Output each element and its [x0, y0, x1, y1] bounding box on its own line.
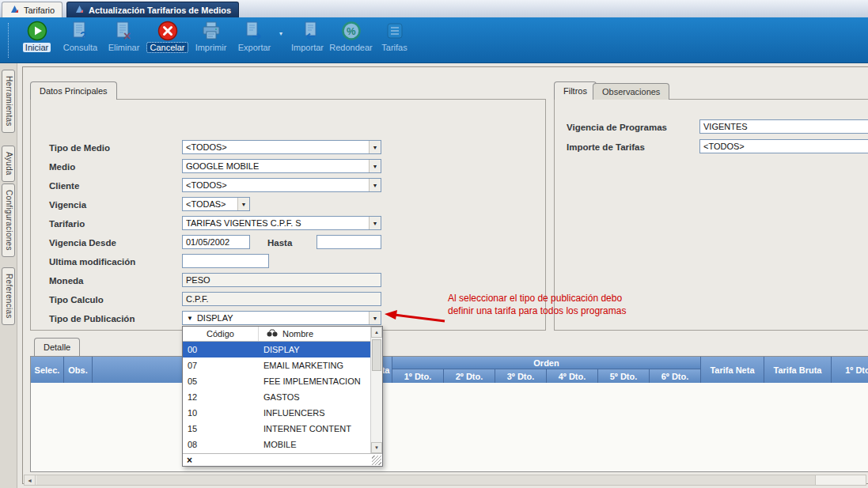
tipo-calculo-label: Tipo Calculo	[49, 295, 104, 305]
annotation-line-1: Al seleccionar el tipo de publicación de…	[448, 292, 626, 305]
col-dto4: 4º Dto.	[547, 369, 598, 383]
detail-grid-body	[31, 383, 868, 471]
dropdown-row[interactable]: 08MOBILE	[183, 437, 370, 452]
col-obs: Obs.	[64, 357, 93, 383]
col-dto5: 5º Dto.	[598, 369, 650, 383]
tipo-calculo-input[interactable]	[182, 292, 381, 306]
detail-grid: Selec. Obs. Tarifa Bruta Orden 1º Dto. 2…	[30, 356, 868, 472]
vigencia-desde-label: Vigencia Desde	[49, 238, 116, 248]
dropdown-close-button[interactable]: ×	[187, 456, 192, 465]
play-icon	[26, 20, 48, 42]
horizontal-scroll-thumb[interactable]	[36, 475, 816, 485]
dropdown-row[interactable]: 07EMAIL MARKETING	[183, 357, 370, 373]
importar-button[interactable]: Importar	[286, 20, 329, 52]
annotation-text: Al seleccionar el tipo de publicación de…	[448, 292, 626, 317]
tab-filtros[interactable]: Filtros	[554, 81, 597, 100]
application-window: { "colors": { "toolbar_blue": "#1571BB",…	[0, 0, 868, 488]
cancelar-button[interactable]: Cancelar	[146, 20, 189, 52]
iniciar-button[interactable]: Iniciar	[15, 20, 59, 52]
detail-grid-header: Selec. Obs. Tarifa Bruta Orden 1º Dto. 2…	[31, 357, 868, 383]
button-label: Redondear	[327, 43, 374, 52]
tab-observaciones[interactable]: Observaciones	[593, 83, 669, 100]
tab-actualizacion-tarifarios[interactable]: Actualización Tarifarios de Medios	[66, 2, 239, 17]
export-menu-caret-icon[interactable]: ▾	[276, 30, 286, 37]
select-value: <TODOS>	[703, 142, 868, 151]
scroll-left-button[interactable]: ◄	[25, 475, 36, 485]
codigo-column-header: Código	[183, 327, 259, 341]
hasta-input[interactable]	[316, 235, 381, 249]
sidebar-item-herramientas[interactable]: Herramientas	[2, 70, 15, 133]
scroll-down-button[interactable]: ▼	[371, 442, 382, 453]
horizontal-scrollbar[interactable]: ◄	[24, 475, 866, 486]
vigencia-select[interactable]: <TODAS> ▼	[182, 197, 250, 211]
window-tab-bar: Tarifario Actualización Tarifarios de Me…	[0, 0, 868, 17]
scroll-thumb[interactable]	[372, 339, 381, 371]
select-value: TARIFAS VIGENTES C.P.F. S	[186, 218, 369, 228]
combo-value: DISPLAY	[197, 313, 365, 323]
scroll-up-button[interactable]: ▲	[371, 327, 382, 338]
left-sidebar: Herramientas Ayuda Configuraciones Refer…	[0, 63, 17, 488]
button-label: Eliminar	[106, 43, 142, 52]
consulta-button[interactable]: ? Consulta	[59, 20, 102, 52]
tipo-publicacion-label: Tipo de Publicación	[49, 314, 135, 323]
importe-tarifas-select[interactable]: <TODOS> ▼	[699, 139, 868, 153]
printer-icon	[200, 20, 222, 42]
col-dto6: 6º Dto.	[650, 369, 701, 383]
tipo-de-medio-select[interactable]: <TODOS> ▼	[182, 140, 381, 154]
dropdown-arrow-icon[interactable]: ▼	[369, 312, 381, 324]
svg-text:?: ?	[80, 29, 87, 41]
dropdown-arrow-icon[interactable]: ▼	[369, 179, 381, 191]
button-label: Imprimir	[193, 43, 229, 52]
imprimir-button[interactable]: Imprimir	[189, 20, 233, 52]
ultima-modificacion-input[interactable]	[182, 254, 269, 268]
dropdown-arrow-icon[interactable]: ▼	[369, 217, 381, 229]
dropdown-row[interactable]: 10INFLUENCERS	[183, 405, 370, 421]
button-label: Consulta	[61, 43, 100, 52]
redondear-button[interactable]: % Redondear	[329, 20, 373, 52]
cancel-icon	[157, 20, 179, 42]
dropdown-footer: ×	[183, 453, 382, 466]
document-import-icon	[297, 20, 319, 42]
eliminar-button[interactable]: × Eliminar	[102, 20, 146, 52]
col-dto2: 2º Dto.	[444, 369, 495, 383]
select-value: <TODOS>	[186, 142, 369, 152]
select-value: GOOGLE MOBILE	[186, 161, 369, 171]
dropdown-row[interactable]: 15INTERNET CONTENT	[183, 421, 370, 437]
tarifas-button[interactable]: Tarifas	[373, 20, 416, 52]
exportar-button[interactable]: Exportar	[233, 20, 276, 52]
select-value: <TODAS>	[186, 199, 237, 209]
tab-tarifario[interactable]: Tarifario	[2, 2, 63, 17]
vigencia-programas-select[interactable]: VIGENTES ▼	[699, 119, 868, 134]
combo-open-arrow-icon: ▼	[187, 315, 193, 322]
tipo-publicacion-dropdown: Código Nombre 00DISPLAY 07EMAIL MARKETIN…	[182, 326, 383, 467]
sidebar-item-ayuda[interactable]: Ayuda	[2, 146, 15, 182]
tipo-publicacion-combo[interactable]: ▼ DISPLAY ▼	[182, 311, 381, 325]
dropdown-header: Código Nombre	[183, 327, 382, 342]
dropdown-arrow-icon[interactable]: ▼	[369, 160, 381, 172]
sidebar-item-referencias[interactable]: Referencias	[2, 267, 15, 325]
col-dto1: 1º Dto.	[392, 369, 444, 383]
dropdown-scrollbar[interactable]: ▲ ▼	[370, 327, 382, 453]
sidebar-item-configuraciones[interactable]: Configuraciones	[2, 183, 15, 257]
tab-label: Tarifario	[24, 6, 55, 15]
dropdown-row[interactable]: 12GASTOS	[183, 389, 370, 405]
tariff-book-icon	[384, 20, 406, 42]
resize-grip[interactable]	[372, 456, 381, 465]
dropdown-row[interactable]: 00DISPLAY	[183, 342, 370, 357]
col-tarifa-neta: Tarifa Neta	[701, 357, 764, 383]
dropdown-arrow-icon[interactable]: ▼	[237, 198, 249, 210]
hasta-label: Hasta	[267, 238, 292, 248]
dropdown-row[interactable]: 05FEE IMPLEMENTACION	[183, 373, 370, 389]
annotation-arrow	[385, 310, 446, 324]
cliente-select[interactable]: <TODOS> ▼	[182, 178, 381, 192]
moneda-input[interactable]	[182, 273, 381, 287]
medio-label: Medio	[49, 162, 75, 172]
vigencia-desde-input[interactable]	[182, 235, 250, 249]
tarifario-select[interactable]: TARIFAS VIGENTES C.P.F. S ▼	[182, 216, 381, 230]
dropdown-arrow-icon[interactable]: ▼	[369, 141, 381, 153]
select-value: <TODOS>	[186, 180, 369, 190]
ultima-modificacion-label: Ultima modificación	[49, 257, 135, 267]
tab-datos-principales[interactable]: Datos Principales	[30, 81, 117, 100]
tab-detalle[interactable]: Detalle	[34, 338, 80, 356]
medio-select[interactable]: GOOGLE MOBILE ▼	[182, 159, 381, 173]
